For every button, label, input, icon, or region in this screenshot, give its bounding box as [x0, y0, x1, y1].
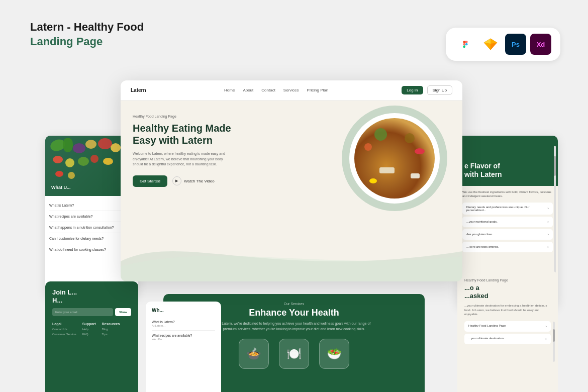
- bottom-midleft-faq: Wh... What is Latern? At Latern... What …: [146, 302, 221, 392]
- hero-buttons: Get Started ▶ Watch The Video: [133, 175, 297, 187]
- br-faq-2[interactable]: ...your ultimate destination... ›: [464, 334, 551, 344]
- nav-home[interactable]: Home: [224, 88, 235, 92]
- figma-icon: [455, 34, 476, 55]
- bottom-left-join-card: Join L...H... Show Legal Contact Us Cust…: [45, 281, 138, 392]
- accordion-item-4[interactable]: ...Here are titles offered. ›: [462, 242, 553, 252]
- login-button[interactable]: Log In: [402, 86, 423, 94]
- main-preview-card: Latern Home About Contact Services Prici…: [121, 80, 462, 281]
- right-card-body: We use the freshest ingredients with bol…: [457, 186, 558, 258]
- page-title-sub: Landing Page: [30, 35, 144, 49]
- email-input[interactable]: [52, 308, 113, 316]
- right-card-header: e Flavor ofwith Latern: [457, 136, 558, 186]
- plate-outer: [342, 106, 447, 211]
- get-started-button[interactable]: Get Started: [133, 175, 167, 187]
- hero-section: Healthy Food Landing Page Healthy Eating…: [121, 101, 462, 281]
- accordion-item-2[interactable]: ...your nutritional goals. ›: [462, 217, 553, 227]
- subscribe-button[interactable]: Show: [115, 308, 131, 316]
- preview-navbar: Latern Home About Contact Services Prici…: [121, 80, 462, 101]
- hero-title-line2: Easy with Latern: [133, 135, 213, 146]
- plate-inner: [349, 113, 440, 204]
- xd-icon: Xd: [530, 34, 551, 55]
- services-desc: At Latern, we're dedicated to helping yo…: [214, 321, 374, 332]
- bl-footer: Legal Contact Us Customer Service Suppor…: [52, 322, 131, 336]
- page-title-area: Latern - Healthy Food Landing Page: [30, 20, 144, 49]
- bml-title: Wh...: [152, 308, 215, 313]
- hero-title-line1: Healthy Eating Made: [133, 123, 231, 134]
- service-icon-dining: 🍽️: [279, 339, 309, 369]
- photoshop-icon: Ps: [505, 34, 526, 55]
- tool-icons-container: Ps Xd: [446, 28, 560, 61]
- service-icon-cooking: 🍲: [239, 339, 269, 369]
- signup-button[interactable]: Sign Up: [427, 85, 452, 95]
- watch-video-button[interactable]: ▶ Watch The Video: [172, 176, 215, 185]
- sketch-icon: [480, 34, 501, 55]
- service-icon-salad: 🥗: [319, 339, 349, 369]
- right-card-desc: We use the freshest ingredients with bol…: [462, 190, 553, 199]
- br-faq-1[interactable]: Healthy Food Landing Page ›: [464, 321, 551, 332]
- nav-buttons: Log In Sign Up: [402, 85, 452, 95]
- br-card-title: ...o a...asked: [464, 284, 551, 300]
- left-card-title: What U...: [51, 185, 71, 190]
- nav-services[interactable]: Services: [283, 88, 299, 92]
- bml-faq-2[interactable]: What recipes are available? We offer...: [152, 331, 215, 344]
- nav-links: Home About Contact Services Pricing Plan: [161, 88, 391, 92]
- accordion-item-1[interactable]: Dietary needs and preferences are unique…: [462, 203, 553, 215]
- bl-input-row: Show: [52, 308, 131, 316]
- nav-logo: Latern: [131, 87, 151, 93]
- hero-title: Healthy Eating Made Easy with Latern: [133, 122, 297, 146]
- page-title-main: Latern - Healthy Food: [30, 20, 144, 35]
- hero-content: Healthy Food Landing Page Healthy Eating…: [121, 101, 309, 281]
- hero-desc: Welcome to Latern, where healthy eating …: [133, 151, 233, 167]
- bl-card-title: Join L...H...: [52, 288, 131, 304]
- br-card-desc: ...your ultimate destination for embraci…: [464, 304, 551, 316]
- accordion-item-3[interactable]: Are you gluten free. ›: [462, 229, 553, 240]
- play-icon: ▶: [172, 176, 181, 185]
- bml-faq-1[interactable]: What is Latern? At Latern...: [152, 317, 215, 331]
- hero-plate: [342, 106, 452, 216]
- bottom-right-card: Healthy Food Landing Page ...o a...asked…: [457, 271, 558, 392]
- right-card-title: e Flavor ofwith Latern: [464, 162, 502, 179]
- br-card-label: Healthy Food Landing Page: [464, 278, 551, 282]
- nav-about[interactable]: About: [243, 88, 253, 92]
- nav-pricing[interactable]: Pricing Plan: [307, 88, 329, 92]
- nav-contact[interactable]: Contact: [261, 88, 275, 92]
- food-visual: [354, 118, 435, 199]
- hero-label: Healthy Food Landing Page: [133, 115, 297, 118]
